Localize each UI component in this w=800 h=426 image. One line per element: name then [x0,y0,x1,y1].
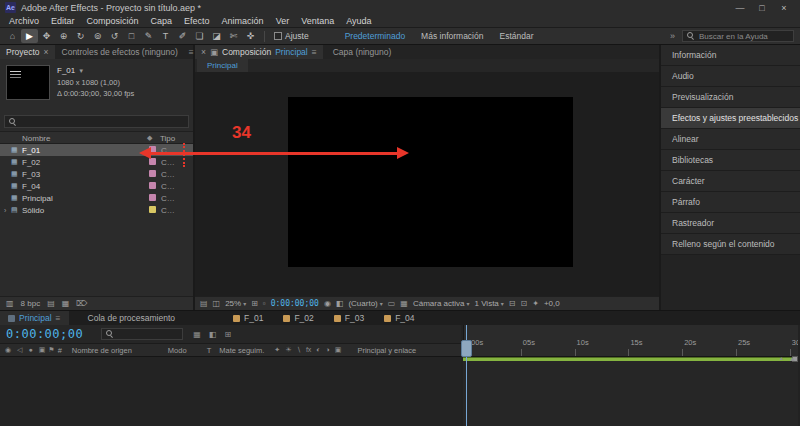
mask-visibility-icon[interactable]: ▫ [263,299,266,308]
hand-tool-icon[interactable]: ✥ [38,29,55,43]
sidebar-panel-tab[interactable]: Carácter [661,171,800,192]
column-parent-link[interactable]: Principal y enlace [357,346,416,355]
minimize-button[interactable]: — [729,3,751,13]
panel-menu-icon[interactable]: ≡ [56,313,61,323]
new-composition-icon[interactable]: ▦ [62,299,70,308]
timeline-search[interactable] [101,328,183,340]
draft-3d-icon[interactable]: ◧ [209,330,217,339]
layer-list-area[interactable] [0,357,461,426]
composition-canvas[interactable] [288,97,573,267]
track-area[interactable] [463,361,798,426]
zoom-tool-icon[interactable]: ⊕ [55,29,72,43]
project-row[interactable]: ▦ F_04 C… [0,180,193,192]
sidebar-panel-tab[interactable]: Previsualización [661,87,800,108]
tab-project[interactable]: Proyecto × [0,45,55,59]
column-type[interactable]: Tipo [160,134,175,143]
timeline-search-input[interactable] [118,330,178,339]
playhead-handle[interactable] [461,340,472,357]
always-preview-icon[interactable]: ▤ [200,299,208,308]
sidebar-panel-tab[interactable]: Efectos y ajustes preestablecidos [661,108,800,129]
menu-item[interactable]: Editar [45,16,81,26]
column-source-name[interactable]: Nombre de origen [72,346,132,355]
interpret-footage-icon[interactable]: ▥ [6,299,14,308]
puppet-pin-tool-icon[interactable]: ✜ [242,29,259,43]
column-mode[interactable]: Modo [168,346,187,355]
timeline-tab[interactable]: F_02 [275,311,325,325]
workspace-tab[interactable]: Más información [421,31,483,41]
channels-icon[interactable]: ◧ [336,299,344,308]
label-color-swatch[interactable] [149,182,156,189]
home-tool-icon[interactable]: ⌂ [4,29,21,43]
label-flag-icon[interactable]: ⚑ [48,346,54,354]
motion-blur-icon[interactable]: ◑ [326,346,330,354]
audio-icon[interactable]: ◁ [17,346,22,354]
frame-blend-icon[interactable]: ◐ [316,346,320,354]
trash-icon[interactable]: ⌦ [76,299,87,308]
region-of-interest-icon[interactable]: ▭ [388,299,396,308]
close-button[interactable]: × [773,3,795,13]
current-timecode[interactable]: 0:00:00;00 [6,327,83,341]
project-row[interactable]: ▦ F_02 C… [0,156,193,168]
orbit-camera-tool-icon[interactable]: ↻ [72,29,89,43]
project-search-input[interactable] [21,117,184,126]
sidebar-panel-tab[interactable]: Información [661,45,800,66]
help-search[interactable] [682,30,794,42]
rotation-tool-icon[interactable]: ↺ [106,29,123,43]
tab-composition[interactable]: × ▣ Composición Principal ≡ [195,45,323,59]
sidebar-panel-tab[interactable]: Bibliotecas [661,150,800,171]
project-search[interactable] [4,115,189,128]
clone-stamp-tool-icon[interactable]: ❏ [191,29,208,43]
project-row[interactable]: ▦ Principal C… [0,192,193,204]
item-name-line[interactable]: F_01▼ [57,65,134,77]
sidebar-panel-tab[interactable]: Audio [661,66,800,87]
label-color-swatch[interactable] [149,146,156,153]
column-number[interactable]: # [58,346,62,355]
eye-icon[interactable]: ◉ [5,346,11,354]
menu-item[interactable]: Capa [145,16,179,26]
time-ruler[interactable]: :00s05s10s15s20s25s30s [463,325,798,357]
new-folder-icon[interactable]: ▤ [47,299,55,308]
bit-depth-label[interactable]: 8 bpc [21,299,41,308]
expand-chevron-icon[interactable]: › [4,207,11,214]
exposure-value[interactable]: +0,0 [544,299,560,308]
label-color-swatch[interactable] [149,158,156,165]
graph-editor-icon[interactable]: ⊞ [224,330,231,339]
label-color-swatch[interactable] [149,206,156,213]
menu-item[interactable]: Efecto [178,16,216,26]
eraser-tool-icon[interactable]: ◪ [208,29,225,43]
timeline-tab[interactable]: Cola de procesamiento [69,311,187,325]
roto-brush-tool-icon[interactable]: ✄ [225,29,242,43]
column-trkmat-t[interactable]: T [207,346,212,355]
shy-icon[interactable]: ✦ [274,346,280,354]
timeline-tab[interactable]: F_03 [326,311,376,325]
tab-layer[interactable]: Capa (ninguno) [323,45,402,59]
panel-menu-icon[interactable]: ≡ [312,47,317,57]
timeline-tab[interactable]: Principal ≡ [0,311,69,325]
menu-item[interactable]: Ver [270,16,296,26]
pen-tool-icon[interactable]: ✎ [140,29,157,43]
project-row[interactable]: ▦ F_01 C… [0,144,193,156]
quality-icon[interactable]: ∖ [296,346,300,354]
lock-icon[interactable]: ▣ [210,47,218,57]
view-layout-dropdown[interactable]: 1 Vista ▾ [475,299,504,308]
main-view-icon[interactable]: ◫ [213,299,221,308]
solo-icon[interactable]: ● [29,346,33,354]
camera-dropdown[interactable]: Cámara activa ▾ [413,299,470,308]
column-track-matte[interactable]: Mate seguim. [219,346,264,355]
3d-layer-icon[interactable]: ▣ [335,346,342,354]
tab-effect-controls[interactable]: Controles de efectos (ninguno) [55,45,185,59]
label-color-swatch[interactable] [149,170,156,177]
workspace-tab[interactable]: Predeterminado [345,31,405,41]
label-color-swatch[interactable] [149,194,156,201]
effects-icon[interactable]: fx [306,346,311,354]
help-search-input[interactable] [699,32,789,41]
lock-icon[interactable]: ▣ [39,346,46,354]
brush-tool-icon[interactable]: ✐ [174,29,191,43]
workspace-tab[interactable]: Estándar [499,31,533,41]
snap-toggle[interactable]: Ajuste [274,31,309,41]
sidebar-panel-tab[interactable]: Relleno según el contenido [661,234,800,255]
close-icon[interactable]: × [201,47,206,57]
pan-behind-tool-icon[interactable]: ⊚ [89,29,106,43]
selection-tool-icon[interactable]: ▶ [21,29,38,43]
timeline-tab[interactable]: F_01 [225,311,275,325]
